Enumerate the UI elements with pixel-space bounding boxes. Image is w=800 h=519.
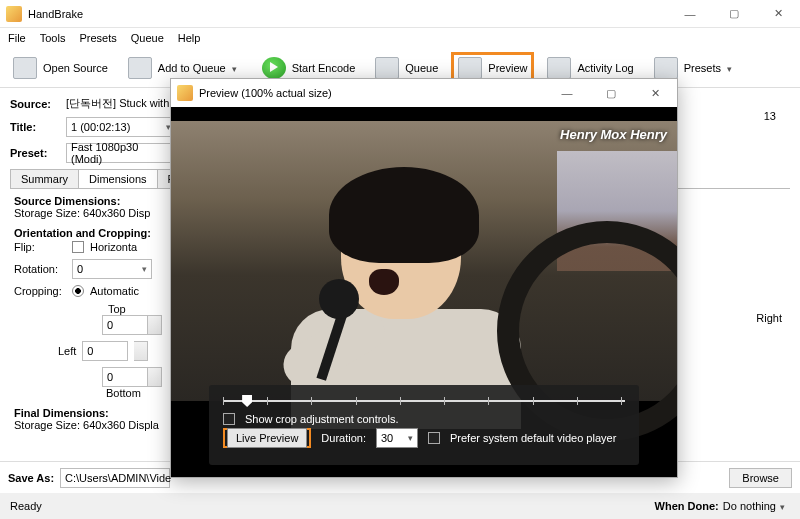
browse-button[interactable]: Browse <box>729 468 792 488</box>
crop-right-label: Right <box>756 312 782 324</box>
save-as-label: Save As: <box>8 472 54 484</box>
live-preview-button[interactable]: Live Preview <box>227 428 307 448</box>
when-done-value[interactable]: Do nothing <box>723 500 776 512</box>
preview-maximize[interactable]: ▢ <box>589 79 633 107</box>
preset-label: Preset: <box>10 147 60 159</box>
orientation-header: Orientation and Cropping: <box>14 227 151 239</box>
cropping-label: Cropping: <box>14 285 66 297</box>
add-queue-label: Add to Queue <box>158 62 226 74</box>
crop-top-spin[interactable] <box>148 315 162 335</box>
start-encode-label: Start Encode <box>292 62 356 74</box>
source-dim-header: Source Dimensions: <box>14 195 120 207</box>
save-as-value: C:\Users\ADMIN\Vide <box>65 472 171 484</box>
cropping-value: Automatic <box>90 285 139 297</box>
menu-queue[interactable]: Queue <box>131 32 164 44</box>
rotation-value: 0 <box>77 263 83 275</box>
queue-icon <box>375 57 399 79</box>
title-label: Title: <box>10 121 60 133</box>
tab-summary[interactable]: Summary <box>10 169 79 188</box>
crop-bottom-input[interactable]: 0 <box>102 367 148 387</box>
crop-left-input[interactable]: 0 <box>82 341 128 361</box>
preview-window: Preview (100% actual size) — ▢ ✕ Henry M… <box>170 78 678 478</box>
final-storage: Storage Size: 640x360 Displa <box>14 419 159 431</box>
maximize-button[interactable]: ▢ <box>712 0 756 28</box>
duration-select[interactable]: 30 <box>376 428 418 448</box>
title-value: 1 (00:02:13) <box>71 121 130 133</box>
preview-icon <box>458 57 482 79</box>
source-value: [단독버전] Stuck with ( <box>66 96 176 111</box>
preview-minimize[interactable]: — <box>545 79 589 107</box>
chevron-down-icon <box>232 62 242 74</box>
duration-label: Duration: <box>321 432 366 444</box>
prefer-player-checkbox[interactable] <box>428 432 440 444</box>
person <box>231 161 511 391</box>
open-source-icon <box>13 57 37 79</box>
source-storage: Storage Size: 640x360 Disp <box>14 207 150 219</box>
angle-value: 13 <box>764 110 776 122</box>
rotation-select[interactable]: 0 <box>72 259 152 279</box>
menu-presets[interactable]: Presets <box>79 32 116 44</box>
preview-titlebar: Preview (100% actual size) — ▢ ✕ <box>171 79 677 107</box>
minimize-button[interactable]: — <box>668 0 712 28</box>
flip-label: Flip: <box>14 241 66 253</box>
add-queue-icon <box>128 57 152 79</box>
tab-dimensions[interactable]: Dimensions <box>78 169 157 188</box>
menu-tools[interactable]: Tools <box>40 32 66 44</box>
app-title: HandBrake <box>28 8 83 20</box>
status-ready: Ready <box>10 500 42 512</box>
crop-left-spin[interactable] <box>134 341 148 361</box>
chevron-down-icon <box>727 62 737 74</box>
close-button[interactable]: ✕ <box>756 0 800 28</box>
source-label: Source: <box>10 98 60 110</box>
presets-label: Presets <box>684 62 721 74</box>
rotation-label: Rotation: <box>14 263 66 275</box>
preset-field[interactable]: Fast 1080p30 (Modi) <box>66 143 176 163</box>
preview-title: Preview (100% actual size) <box>199 87 332 99</box>
crop-top-input[interactable]: 0 <box>102 315 148 335</box>
activity-label: Activity Log <box>577 62 633 74</box>
cropping-radio[interactable] <box>72 285 84 297</box>
watermark: Henry Mox Henry <box>560 127 667 142</box>
crop-controls-label: Show crop adjustment controls. <box>245 413 398 425</box>
preview-app-icon <box>177 85 193 101</box>
flip-checkbox[interactable] <box>72 241 84 253</box>
activity-icon <box>547 57 571 79</box>
presets-icon <box>654 57 678 79</box>
preset-value: Fast 1080p30 (Modi) <box>71 141 171 165</box>
open-source-button[interactable]: Open Source <box>6 54 115 82</box>
chevron-down-icon[interactable] <box>780 500 790 512</box>
title-select[interactable]: 1 (00:02:13) <box>66 117 176 137</box>
prefer-player-label: Prefer system default video player <box>450 432 616 444</box>
open-source-label: Open Source <box>43 62 108 74</box>
preview-close[interactable]: ✕ <box>633 79 677 107</box>
status-bar: Ready When Done: Do nothing <box>0 493 800 519</box>
duration-value: 30 <box>381 432 393 444</box>
play-icon <box>262 57 286 79</box>
preview-body: Henry Mox Henry Show crop adjustment con… <box>171 107 677 477</box>
final-dim-header: Final Dimensions: <box>14 407 109 419</box>
save-as-field[interactable]: C:\Users\ADMIN\Vide <box>60 468 170 488</box>
preview-overlay: Show crop adjustment controls. Live Prev… <box>209 385 639 465</box>
preview-video: Henry Mox Henry <box>171 121 677 401</box>
crop-bottom-spin[interactable] <box>148 367 162 387</box>
flip-value: Horizonta <box>90 241 137 253</box>
queue-label: Queue <box>405 62 438 74</box>
menu-help[interactable]: Help <box>178 32 201 44</box>
seek-track[interactable] <box>223 395 625 407</box>
menu-file[interactable]: File <box>8 32 26 44</box>
when-done-label: When Done: <box>655 500 719 512</box>
menubar: File Tools Presets Queue Help <box>0 28 800 48</box>
seek-thumb[interactable] <box>242 395 252 407</box>
crop-controls-checkbox[interactable] <box>223 413 235 425</box>
crop-left-label: Left <box>58 345 76 357</box>
preview-label: Preview <box>488 62 527 74</box>
app-titlebar: HandBrake — ▢ ✕ <box>0 0 800 28</box>
app-icon <box>6 6 22 22</box>
